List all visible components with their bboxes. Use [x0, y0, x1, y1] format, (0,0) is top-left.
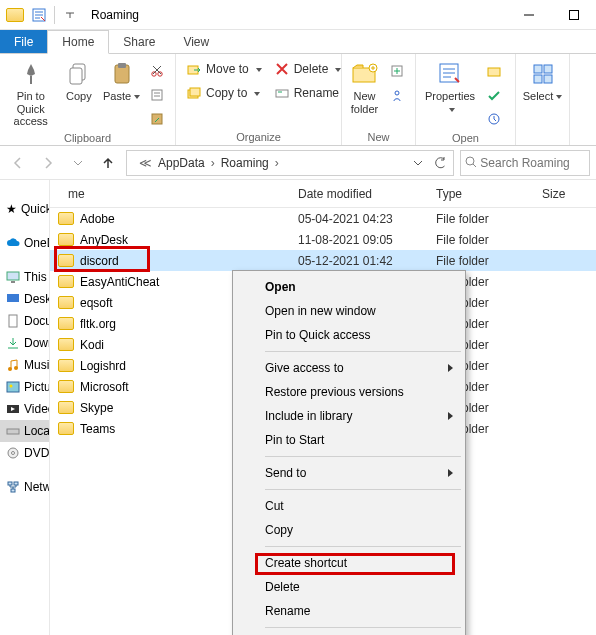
copy-path-button[interactable] — [145, 84, 169, 106]
ctx-restore-versions[interactable]: Restore previous versions — [235, 380, 463, 404]
svg-rect-26 — [7, 272, 19, 280]
ctx-open[interactable]: Open — [235, 275, 463, 299]
table-row[interactable]: AnyDesk11-08-2021 09:05File folder — [50, 229, 596, 250]
paste-button[interactable]: Paste — [102, 58, 141, 103]
group-new-label: New — [348, 129, 409, 143]
ctx-open-new-window[interactable]: Open in new window — [235, 299, 463, 323]
svg-rect-32 — [7, 382, 19, 392]
svg-rect-28 — [7, 294, 19, 302]
new-item-button[interactable] — [385, 60, 409, 82]
ctx-delete[interactable]: Delete — [235, 575, 463, 599]
ctx-rename[interactable]: Rename — [235, 599, 463, 623]
move-to-button[interactable]: Move to — [182, 58, 266, 80]
music-icon — [6, 358, 20, 372]
ctx-send-to[interactable]: Send to — [235, 461, 463, 485]
documents-icon — [6, 314, 20, 328]
edit-button[interactable] — [482, 84, 506, 106]
search-icon — [465, 156, 476, 169]
file-name: Adobe — [80, 212, 115, 226]
qat-folder-icon[interactable] — [4, 4, 26, 26]
search-input[interactable] — [480, 156, 585, 170]
maximize-button[interactable] — [551, 0, 596, 30]
copy-button[interactable]: Copy — [59, 58, 98, 103]
paste-icon — [108, 60, 136, 88]
scissors-icon — [149, 63, 165, 79]
qat-dropdown-icon[interactable] — [59, 4, 81, 26]
nav-back-button[interactable] — [6, 151, 30, 175]
file-name: eqsoft — [80, 296, 113, 310]
refresh-button[interactable] — [429, 152, 451, 174]
svg-point-30 — [8, 367, 12, 371]
rename-button[interactable]: Rename — [270, 82, 346, 104]
nav-documents[interactable]: Documents — [0, 310, 49, 332]
open-button[interactable] — [482, 60, 506, 82]
nav-recent-button[interactable] — [66, 151, 90, 175]
delete-button[interactable]: Delete — [270, 58, 346, 80]
nav-up-button[interactable] — [96, 151, 120, 175]
select-button[interactable]: Select — [522, 58, 563, 103]
properties-button[interactable]: Properties — [422, 58, 478, 115]
address-bar[interactable]: ≪ AppData › Roaming › — [126, 150, 454, 176]
nav-network[interactable]: Network — [0, 476, 49, 498]
downloads-icon — [6, 336, 20, 350]
svg-point-37 — [12, 452, 15, 455]
ctx-cut[interactable]: Cut — [235, 494, 463, 518]
nav-desktop[interactable]: Desktop — [0, 288, 49, 310]
svg-rect-21 — [534, 65, 542, 73]
file-name: Microsoft — [80, 380, 129, 394]
history-button[interactable] — [482, 108, 506, 130]
search-box[interactable] — [460, 150, 590, 176]
paste-shortcut-button[interactable] — [145, 108, 169, 130]
file-date: 11-08-2021 09:05 — [298, 233, 436, 247]
nav-music[interactable]: Music — [0, 354, 49, 376]
ctx-copy[interactable]: Copy — [235, 518, 463, 542]
address-dropdown-button[interactable] — [407, 152, 429, 174]
ctx-pin-start[interactable]: Pin to Start — [235, 428, 463, 452]
new-folder-button[interactable]: New folder — [348, 58, 381, 115]
tab-file[interactable]: File — [0, 30, 47, 53]
folder-icon — [58, 296, 74, 309]
nav-this-pc[interactable]: This PC — [0, 266, 49, 288]
column-headers[interactable]: me Date modified Type Size — [50, 180, 596, 208]
minimize-button[interactable] — [506, 0, 551, 30]
disc-icon — [6, 446, 20, 460]
svg-point-17 — [395, 91, 399, 95]
tab-home[interactable]: Home — [47, 30, 109, 54]
pin-quick-access-button[interactable]: Pin to Quick access — [6, 58, 55, 128]
chevron-icon[interactable]: ≪ — [137, 156, 154, 170]
context-menu: Open Open in new window Pin to Quick acc… — [232, 270, 466, 635]
nav-forward-button[interactable] — [36, 151, 60, 175]
table-row[interactable]: Adobe05-04-2021 04:23File folder — [50, 208, 596, 229]
tab-view[interactable]: View — [169, 30, 223, 53]
ctx-create-shortcut[interactable]: Create shortcut — [235, 551, 463, 575]
col-type[interactable]: Type — [436, 187, 542, 201]
nav-quick-access[interactable]: ★Quick access — [0, 198, 49, 220]
chevron-right-icon[interactable]: › — [209, 156, 217, 170]
nav-pictures[interactable]: Pictures — [0, 376, 49, 398]
ctx-include-library[interactable]: Include in library — [235, 404, 463, 428]
nav-downloads[interactable]: Downloads — [0, 332, 49, 354]
svg-rect-5 — [118, 63, 126, 68]
nav-videos[interactable]: Videos — [0, 398, 49, 420]
nav-local-disk[interactable]: Local Disk — [0, 420, 49, 442]
qat-properties-icon[interactable] — [28, 4, 50, 26]
ctx-give-access[interactable]: Give access to — [235, 356, 463, 380]
tab-share[interactable]: Share — [109, 30, 169, 53]
col-date[interactable]: Date modified — [298, 187, 436, 201]
cut-button[interactable] — [145, 60, 169, 82]
svg-rect-39 — [14, 482, 18, 485]
easy-access-button[interactable] — [385, 84, 409, 106]
col-name[interactable]: me — [50, 187, 298, 201]
ctx-pin-quick-access[interactable]: Pin to Quick access — [235, 323, 463, 347]
col-size[interactable]: Size — [542, 187, 596, 201]
table-row[interactable]: discord05-12-2021 01:42File folder — [50, 250, 596, 271]
chevron-right-icon[interactable]: › — [273, 156, 281, 170]
pin-icon — [17, 60, 45, 88]
breadcrumb-segment[interactable]: AppData — [154, 156, 209, 170]
nav-onedrive[interactable]: OneDrive — [0, 232, 49, 254]
breadcrumb-segment[interactable]: Roaming — [217, 156, 273, 170]
copy-to-button[interactable]: Copy to — [182, 82, 266, 104]
nav-dvd[interactable]: DVD Drive — [0, 442, 49, 464]
properties-icon — [436, 60, 464, 88]
svg-point-31 — [14, 366, 18, 370]
